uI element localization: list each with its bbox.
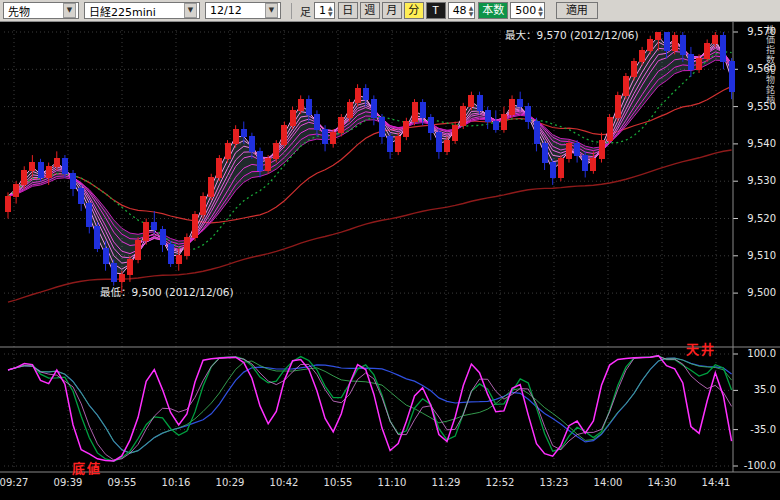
time-axis-label: 10:16: [162, 477, 191, 488]
time-axis-label: 14:41: [702, 477, 731, 488]
tick-count-value: 48: [453, 4, 467, 17]
time-axis-label: 11:29: [432, 477, 461, 488]
apply-button[interactable]: 適用: [556, 2, 598, 19]
bar-count-stepper[interactable]: 500 ▲▼: [510, 2, 545, 19]
chart-application-window: 先物 ▼ 日経225mini ▼ 12/12 ▼ 足 1 ▲▼ 日 週 月 分 …: [0, 0, 780, 500]
oscillator-axis-label: -100.0: [734, 460, 776, 471]
oscillator-fast-line: [8, 356, 732, 461]
week-bars-button[interactable]: 週: [360, 2, 380, 19]
oscillator-axis-label: 35.0: [734, 384, 776, 395]
bottom-signal-label: 底値: [72, 458, 102, 477]
interval-value: 1: [319, 4, 326, 17]
stepper-handle-icon[interactable]: ▲▼: [328, 5, 333, 17]
month-bars-button[interactable]: 月: [382, 2, 402, 19]
chevron-down-icon[interactable]: ▼: [63, 3, 76, 18]
time-axis-label: 10:29: [216, 477, 245, 488]
chevron-down-icon[interactable]: ▼: [184, 3, 197, 18]
min-price-annotation: 最低：9,500 (2012/12/06): [100, 284, 234, 299]
bar-count-value: 500: [515, 4, 536, 17]
price-axis-label: 9,520: [734, 213, 776, 224]
tick-count-stepper[interactable]: 48 ▲▼: [448, 2, 476, 19]
contract-date-value: 12/12: [210, 4, 242, 17]
price-axis-label: 9,560: [734, 63, 776, 74]
time-axis-label: 13:23: [540, 477, 569, 488]
minute-bars-button[interactable]: 分: [404, 2, 424, 19]
time-axis-label: 09:27: [0, 477, 28, 488]
stepper-handle-icon[interactable]: ▲▼: [469, 5, 474, 17]
price-axis-label: 9,540: [734, 138, 776, 149]
time-axis-label: 10:55: [324, 477, 353, 488]
time-axis-label: 09:55: [108, 477, 137, 488]
ceiling-signal-label: 天井: [686, 339, 716, 358]
time-axis-label: 09:39: [54, 477, 83, 488]
tick-bars-button[interactable]: T: [426, 2, 446, 19]
ashi-label: 足: [300, 3, 311, 19]
price-axis-label: 9,530: [734, 175, 776, 186]
price-chart-canvas: [0, 22, 780, 500]
time-axis-label: 11:10: [378, 477, 407, 488]
chevron-down-icon[interactable]: ▼: [265, 3, 278, 18]
time-axis-label: 14:30: [648, 477, 677, 488]
contract-date-select[interactable]: 12/12 ▼: [205, 2, 281, 19]
ma-cloud: [8, 36, 732, 274]
price-axis-label: 9,550: [734, 101, 776, 112]
toolbar: 先物 ▼ 日経225mini ▼ 12/12 ▼ 足 1 ▲▼ 日 週 月 分 …: [0, 0, 780, 22]
time-axis-label: 12:52: [486, 477, 515, 488]
interval-stepper[interactable]: 1 ▲▼: [314, 2, 335, 19]
oscillator-axis-label: -35.0: [734, 424, 776, 435]
oscillator-mid-line: [8, 356, 732, 461]
oscillator-axis-label: 100.0: [734, 348, 776, 359]
instrument-select[interactable]: 日経225mini ▼: [84, 2, 200, 19]
max-price-annotation: 最大：9,570 (2012/12/06): [505, 27, 639, 42]
price-axis-label: 9,570: [734, 26, 776, 37]
instrument-value: 日経225mini: [89, 3, 156, 19]
instrument-type-select[interactable]: 先物 ▼: [3, 2, 79, 19]
toolbar-separator: [291, 3, 292, 19]
day-bars-button[interactable]: 日: [338, 2, 358, 19]
price-axis-label: 9,500: [734, 287, 776, 298]
instrument-type-value: 先物: [8, 3, 30, 19]
stepper-handle-icon[interactable]: ▲▼: [538, 5, 543, 17]
bar-count-button[interactable]: 本数: [478, 2, 508, 19]
price-axis-label: 9,510: [734, 250, 776, 261]
time-axis-label: 10:42: [270, 477, 299, 488]
time-axis-label: 14:00: [594, 477, 623, 488]
